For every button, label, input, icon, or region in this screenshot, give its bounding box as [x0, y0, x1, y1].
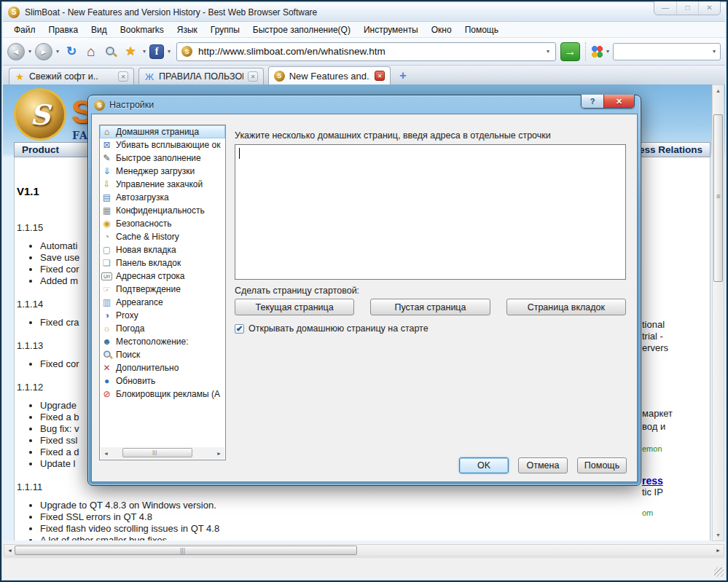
settings-category-item[interactable]: ◉Безопасность	[100, 217, 225, 230]
web-search-box[interactable]: ▾	[613, 43, 721, 60]
scroll-down-icon[interactable]: ▼	[713, 530, 724, 540]
page-text-line: trial -	[642, 331, 715, 342]
back-button[interactable]: ◄	[7, 43, 25, 60]
minimize-icon[interactable]: —	[654, 1, 676, 15]
settings-category-item[interactable]: ❏Панель вкладок	[100, 256, 225, 270]
address-bar[interactable]: S ▾	[176, 42, 556, 61]
scroll-up-icon[interactable]: ▲	[713, 85, 724, 96]
address-input[interactable]	[197, 45, 541, 58]
facebook-dropdown-icon[interactable]: ▾	[166, 48, 172, 55]
start-page-button-2[interactable]: Пустая страница	[370, 299, 490, 315]
category-label: Автозагрузка	[116, 192, 169, 202]
back-dropdown-icon[interactable]: ▾	[27, 48, 33, 55]
favorites-button[interactable]: ★	[122, 43, 139, 60]
go-button[interactable]: →	[560, 42, 580, 61]
start-page-button-3[interactable]: Страница вкладок	[506, 299, 626, 315]
homepages-field-wrap	[235, 144, 626, 280]
menu-bar: ФайлПравкаВидBookmarksЯзыкГруппыБыстрое …	[3, 22, 725, 38]
settings-category-item[interactable]: ☞Подтверждение	[100, 283, 225, 296]
tab-close-icon[interactable]: ✕	[248, 71, 258, 82]
scroll-left-icon[interactable]: ◄	[101, 448, 111, 459]
settings-category-item[interactable]: ◔Cache & History	[100, 230, 225, 243]
page-horizontal-scrollbar[interactable]: ◄ ►	[4, 544, 724, 557]
page-text-line: om	[642, 507, 715, 519]
forward-dropdown-icon[interactable]: ▾	[55, 48, 60, 55]
home-button[interactable]: ⌂	[82, 43, 100, 60]
settings-category-item[interactable]: ☼Погода	[100, 322, 225, 335]
menu-item[interactable]: Bookmarks	[114, 23, 171, 37]
window-title: SlimBoat - New Features and Version Hist…	[25, 7, 317, 17]
tab-close-icon[interactable]: ✕	[375, 71, 385, 81]
page-link[interactable]: ress	[642, 475, 715, 487]
settings-category-item[interactable]: ▥Appearance	[100, 296, 225, 309]
open-home-on-start-row: ✔ Открывать домашнюю страницу на старте	[235, 323, 428, 334]
settings-category-item[interactable]: ✎Быстрое заполнение	[100, 152, 225, 165]
category-label: Конфиденциальность	[116, 205, 205, 216]
web-search-input[interactable]	[617, 45, 711, 58]
settings-category-item[interactable]: ▦Конфиденциальность	[100, 204, 225, 217]
page-text-line: tic IP	[642, 487, 715, 498]
settings-category-item[interactable]: ☻Местоположение:	[100, 335, 225, 348]
tab-2[interactable]: ЖПРАВИЛА ПОЛЬЗОВА...✕	[138, 68, 264, 84]
page-vertical-scrollbar[interactable]: ▲ ▼	[712, 84, 724, 541]
address-dropdown-icon[interactable]: ▾	[545, 48, 551, 55]
new-tab-button[interactable]: +	[395, 68, 411, 83]
tab-1[interactable]: ★Свежий софт и..✕	[9, 68, 134, 84]
site-nav-right[interactable]: ness Relations	[633, 144, 702, 155]
settings-category-item[interactable]: ⇓Менеджер загрузки	[100, 165, 225, 178]
help-button[interactable]: Помощь	[577, 457, 627, 473]
settings-category-item[interactable]: ⊠Убивать всплывающие ок	[100, 138, 225, 152]
search-button[interactable]	[102, 43, 120, 60]
menu-item[interactable]: Окно	[425, 23, 458, 37]
vertical-scroll-thumb[interactable]	[713, 114, 723, 282]
settings-category-item[interactable]: ▢Новая вкладка	[100, 243, 225, 256]
settings-category-item[interactable]: ●Обновить	[100, 374, 225, 388]
settings-category-item[interactable]: ⇩Управление закачкой	[100, 178, 225, 191]
forward-button[interactable]: ►	[35, 43, 52, 60]
menu-item[interactable]: Инструменты	[357, 23, 425, 37]
horizontal-scroll-thumb[interactable]	[15, 546, 357, 555]
settings-category-item[interactable]: Поиск	[100, 348, 225, 361]
search-dropdown-icon[interactable]: ▾	[711, 48, 717, 55]
scroll-right-icon[interactable]: ►	[214, 448, 224, 459]
ok-button[interactable]: OK	[459, 457, 509, 473]
refresh-button[interactable]: ↻	[63, 43, 80, 60]
menu-item[interactable]: Быстрое заполнение(Q)	[246, 23, 357, 37]
settings-category-item[interactable]: UrlАдресная строка	[100, 270, 225, 283]
maximize-icon[interactable]: □	[676, 1, 698, 15]
menu-item[interactable]: Помощь	[458, 23, 505, 37]
scroll-right-icon[interactable]: ►	[713, 545, 724, 556]
tab-close-icon[interactable]: ✕	[118, 71, 128, 82]
scroll-left-icon[interactable]: ◄	[4, 545, 15, 556]
confirmation-icon: ☞	[101, 284, 112, 295]
search-engine-dropdown-icon[interactable]: ▾	[605, 48, 611, 55]
settings-category-item[interactable]: ▤Автозагрузка	[100, 191, 225, 204]
menu-item[interactable]: Язык	[171, 23, 204, 37]
cancel-button[interactable]: Отмена	[518, 457, 568, 473]
settings-category-item[interactable]: ✕Дополнительно	[100, 361, 225, 374]
proxy-icon: ◑	[101, 310, 112, 321]
menu-item[interactable]: Вид	[85, 23, 114, 37]
category-list-scrollbar[interactable]: ◄ ►	[101, 447, 224, 459]
site-nav-left[interactable]: Product	[22, 144, 59, 155]
homepages-textarea[interactable]	[235, 144, 626, 280]
start-page-button-1[interactable]: Текущая страница	[235, 299, 354, 315]
settings-category-item[interactable]: ⊘Блокировщик рекламы (А	[100, 388, 225, 401]
menu-item[interactable]: Правка	[42, 23, 85, 37]
menu-item[interactable]: Файл	[7, 23, 42, 37]
settings-category-item[interactable]: ⌂Домашняя страница	[100, 125, 225, 138]
category-scroll-thumb[interactable]	[122, 448, 192, 457]
security-lock-icon: ◉	[101, 219, 112, 229]
page-right-column: tionaltrial -erversмаркетвод иemonressti…	[642, 319, 715, 540]
dialog-close-button[interactable]: ✕	[603, 95, 634, 108]
tab-3[interactable]: SNew Features and..✕	[268, 66, 391, 84]
close-icon[interactable]: ✕	[698, 1, 720, 15]
menu-item[interactable]: Группы	[204, 23, 246, 37]
resize-grip[interactable]	[714, 567, 724, 577]
settings-category-item[interactable]: ◑Proxy	[100, 309, 225, 322]
google-search-icon[interactable]	[591, 46, 603, 58]
facebook-button[interactable]: f	[149, 44, 164, 59]
dialog-help-button[interactable]: ?	[582, 95, 603, 108]
open-home-checkbox[interactable]: ✔	[235, 324, 244, 334]
favorites-dropdown-icon[interactable]: ▾	[141, 48, 147, 55]
